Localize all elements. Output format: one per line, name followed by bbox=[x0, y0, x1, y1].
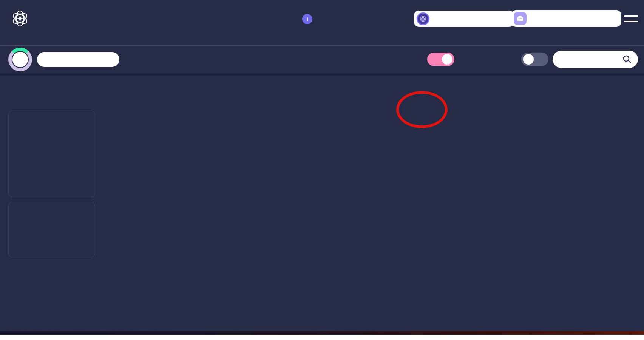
filterbar-divider bbox=[0, 73, 644, 73]
phantom-wallet-icon bbox=[514, 12, 527, 25]
info-icon[interactable]: i bbox=[302, 14, 312, 24]
main-window: i bbox=[0, 0, 644, 331]
search-icon[interactable] bbox=[622, 55, 632, 66]
logo-flower-icon bbox=[9, 8, 31, 31]
menu-icon[interactable] bbox=[624, 15, 638, 22]
my-campaigns-toggle[interactable] bbox=[521, 53, 548, 66]
toggle-knob bbox=[523, 54, 534, 65]
search bbox=[553, 51, 638, 68]
app: i bbox=[0, 0, 644, 340]
industry-filter-box bbox=[8, 111, 95, 197]
window-bottom-edge bbox=[0, 331, 644, 335]
toggle-knob bbox=[442, 54, 452, 65]
daily-submissions-box bbox=[8, 202, 95, 257]
kanon-button[interactable] bbox=[414, 11, 514, 27]
wallet-button[interactable] bbox=[511, 10, 621, 27]
annotation-circle bbox=[396, 91, 448, 128]
logo[interactable] bbox=[9, 8, 36, 31]
active-campaigns-toggle[interactable] bbox=[427, 53, 454, 66]
kanon-mandala-icon bbox=[417, 12, 429, 25]
